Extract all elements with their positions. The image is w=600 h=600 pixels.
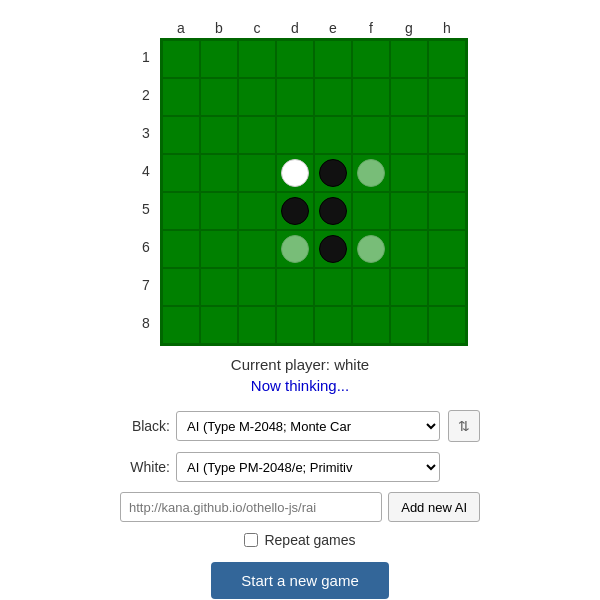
board-cell[interactable] [276,116,314,154]
black-ai-select[interactable]: AI (Type M-2048; Monte Car [176,411,440,441]
board-cell[interactable] [390,116,428,154]
board-cell[interactable] [238,78,276,116]
row-headers: 12345678 [132,38,160,346]
swap-button[interactable]: ⇅ [448,410,480,442]
board-cell[interactable] [276,230,314,268]
repeat-label[interactable]: Repeat games [264,532,355,548]
board-cell[interactable] [314,116,352,154]
row-header: 2 [132,76,160,114]
col-header: h [428,18,466,38]
board-cell[interactable] [428,306,466,344]
ai-url-input[interactable] [120,492,382,522]
row-header: 7 [132,266,160,304]
col-header: g [390,18,428,38]
board-cell[interactable] [200,230,238,268]
white-player-row: White: AI (Type PM-2048/e; Primitiv [120,452,480,482]
white-ai-select[interactable]: AI (Type PM-2048/e; Primitiv [176,452,440,482]
row-header: 4 [132,152,160,190]
repeat-checkbox[interactable] [244,533,258,547]
board-cell[interactable] [314,230,352,268]
board-cell[interactable] [352,268,390,306]
board-cell[interactable] [238,306,276,344]
board-cell[interactable] [428,154,466,192]
board-cell[interactable] [428,116,466,154]
controls-panel: Black: AI (Type M-2048; Monte Car ⇅ Whit… [120,410,480,599]
game-board[interactable] [160,38,468,346]
board-cell[interactable] [162,40,200,78]
board-cell[interactable] [162,306,200,344]
board-cell[interactable] [276,306,314,344]
board-cell[interactable] [200,40,238,78]
black-label: Black: [120,418,170,434]
board-cell[interactable] [276,154,314,192]
board-cell[interactable] [314,154,352,192]
board-cell[interactable] [314,192,352,230]
board-cell[interactable] [314,306,352,344]
board-cell[interactable] [276,40,314,78]
board-cell[interactable] [428,192,466,230]
repeat-row: Repeat games [244,532,355,548]
url-row: Add new AI [120,492,480,522]
board-cell[interactable] [162,78,200,116]
board-cell[interactable] [428,268,466,306]
board-cell[interactable] [314,40,352,78]
black-piece [319,159,347,187]
board-cell[interactable] [352,306,390,344]
start-game-button[interactable]: Start a new game [211,562,389,599]
board-cell[interactable] [390,192,428,230]
board-cell[interactable] [390,40,428,78]
board-cell[interactable] [162,116,200,154]
board-cell[interactable] [314,78,352,116]
board-cell[interactable] [238,268,276,306]
board-cell[interactable] [428,78,466,116]
board-cell[interactable] [390,230,428,268]
add-ai-button[interactable]: Add new AI [388,492,480,522]
board-cell[interactable] [200,268,238,306]
board-cell[interactable] [162,192,200,230]
board-cell[interactable] [238,116,276,154]
thinking-text: Now thinking... [231,377,369,394]
black-piece [319,235,347,263]
board-container: abcdefgh 12345678 [132,18,468,346]
row-header: 3 [132,114,160,152]
board-cell[interactable] [390,154,428,192]
board-cell[interactable] [200,192,238,230]
board-cell[interactable] [352,154,390,192]
board-cell[interactable] [162,154,200,192]
board-cell[interactable] [200,78,238,116]
black-piece [319,197,347,225]
board-cell[interactable] [390,78,428,116]
board-cell[interactable] [314,268,352,306]
board-cell[interactable] [276,268,314,306]
board-cell[interactable] [238,192,276,230]
board-cell[interactable] [390,268,428,306]
board-wrapper: abcdefgh 12345678 [132,18,468,346]
row-header: 5 [132,190,160,228]
board-cell[interactable] [352,116,390,154]
board-cell[interactable] [238,40,276,78]
board-cell[interactable] [238,230,276,268]
board-cell[interactable] [428,40,466,78]
board-cell[interactable] [276,78,314,116]
row-header: 8 [132,304,160,342]
board-cell[interactable] [352,78,390,116]
board-cell[interactable] [428,230,466,268]
current-player-text: Current player: white [231,356,369,373]
ghost-piece [357,235,385,263]
board-cell[interactable] [200,306,238,344]
board-cell[interactable] [162,268,200,306]
board-cell[interactable] [352,40,390,78]
board-cell[interactable] [352,192,390,230]
row-header: 1 [132,38,160,76]
board-cell[interactable] [390,306,428,344]
board-cell[interactable] [276,192,314,230]
board-cell[interactable] [238,154,276,192]
board-rows: 12345678 [132,38,468,346]
board-cell[interactable] [352,230,390,268]
board-cell[interactable] [200,154,238,192]
board-cell[interactable] [200,116,238,154]
black-player-row: Black: AI (Type M-2048; Monte Car ⇅ [120,410,480,442]
col-header: e [314,18,352,38]
board-cell[interactable] [162,230,200,268]
white-label: White: [120,459,170,475]
